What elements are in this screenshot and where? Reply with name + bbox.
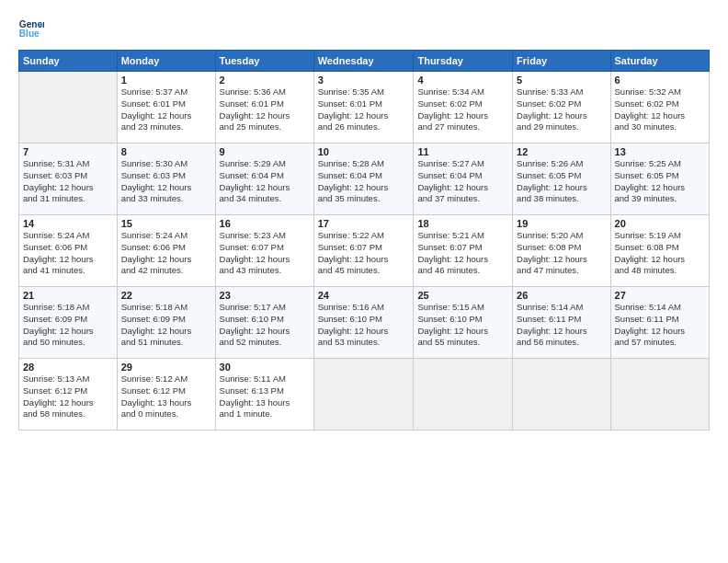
day-number: 7 [23, 146, 113, 157]
day-number: 12 [517, 146, 606, 157]
day-cell: 1Sunrise: 5:37 AM Sunset: 6:01 PM Daylig… [117, 72, 215, 144]
day-info: Sunrise: 5:19 AM Sunset: 6:08 PM Dayligh… [615, 230, 705, 277]
day-cell: 12Sunrise: 5:26 AM Sunset: 6:05 PM Dayli… [513, 144, 610, 215]
day-cell [610, 359, 709, 431]
day-cell: 16Sunrise: 5:23 AM Sunset: 6:07 PM Dayli… [215, 215, 313, 287]
weekday-header-cell: Friday [513, 51, 610, 72]
day-info: Sunrise: 5:13 AM Sunset: 6:12 PM Dayligh… [23, 373, 113, 420]
day-info: Sunrise: 5:16 AM Sunset: 6:10 PM Dayligh… [318, 302, 410, 349]
day-cell: 3Sunrise: 5:35 AM Sunset: 6:01 PM Daylig… [313, 72, 414, 144]
day-cell: 2Sunrise: 5:36 AM Sunset: 6:01 PM Daylig… [215, 72, 313, 144]
day-cell: 4Sunrise: 5:34 AM Sunset: 6:02 PM Daylig… [414, 72, 513, 144]
day-number: 18 [417, 218, 508, 229]
svg-text:Blue: Blue [19, 29, 40, 39]
day-info: Sunrise: 5:18 AM Sunset: 6:09 PM Dayligh… [121, 302, 211, 349]
day-number: 21 [23, 290, 113, 301]
day-number: 29 [121, 362, 211, 373]
weekday-header-cell: Monday [117, 51, 215, 72]
day-number: 11 [417, 146, 508, 157]
day-cell: 8Sunrise: 5:30 AM Sunset: 6:03 PM Daylig… [117, 144, 215, 215]
day-number: 5 [517, 75, 606, 86]
day-cell: 6Sunrise: 5:32 AM Sunset: 6:02 PM Daylig… [610, 72, 709, 144]
calendar-body: 1Sunrise: 5:37 AM Sunset: 6:01 PM Daylig… [19, 72, 710, 431]
day-cell: 21Sunrise: 5:18 AM Sunset: 6:09 PM Dayli… [19, 287, 118, 359]
day-number: 28 [23, 362, 113, 373]
day-cell [19, 72, 118, 144]
day-info: Sunrise: 5:14 AM Sunset: 6:11 PM Dayligh… [615, 302, 705, 349]
day-number: 25 [417, 290, 508, 301]
day-cell: 22Sunrise: 5:18 AM Sunset: 6:09 PM Dayli… [117, 287, 215, 359]
day-info: Sunrise: 5:17 AM Sunset: 6:10 PM Dayligh… [220, 302, 310, 349]
day-cell [313, 359, 414, 431]
week-row: 21Sunrise: 5:18 AM Sunset: 6:09 PM Dayli… [19, 287, 710, 359]
day-number: 14 [23, 218, 113, 229]
day-number: 16 [220, 218, 310, 229]
day-info: Sunrise: 5:18 AM Sunset: 6:09 PM Dayligh… [23, 302, 113, 349]
day-info: Sunrise: 5:23 AM Sunset: 6:07 PM Dayligh… [220, 230, 310, 277]
weekday-header-cell: Sunday [19, 51, 118, 72]
day-cell: 9Sunrise: 5:29 AM Sunset: 6:04 PM Daylig… [215, 144, 313, 215]
weekday-header-cell: Saturday [610, 51, 709, 72]
day-info: Sunrise: 5:12 AM Sunset: 6:12 PM Dayligh… [121, 373, 211, 420]
day-cell: 18Sunrise: 5:21 AM Sunset: 6:07 PM Dayli… [414, 215, 513, 287]
calendar-table: SundayMondayTuesdayWednesdayThursdayFrid… [18, 50, 710, 431]
weekday-header-row: SundayMondayTuesdayWednesdayThursdayFrid… [19, 51, 710, 72]
day-cell: 7Sunrise: 5:31 AM Sunset: 6:03 PM Daylig… [19, 144, 118, 215]
day-info: Sunrise: 5:27 AM Sunset: 6:04 PM Dayligh… [417, 158, 508, 205]
day-info: Sunrise: 5:37 AM Sunset: 6:01 PM Dayligh… [121, 86, 211, 133]
day-number: 15 [121, 218, 211, 229]
day-cell: 10Sunrise: 5:28 AM Sunset: 6:04 PM Dayli… [313, 144, 414, 215]
day-info: Sunrise: 5:36 AM Sunset: 6:01 PM Dayligh… [220, 86, 310, 133]
weekday-header-cell: Thursday [414, 51, 513, 72]
day-cell [513, 359, 610, 431]
week-row: 28Sunrise: 5:13 AM Sunset: 6:12 PM Dayli… [19, 359, 710, 431]
day-info: Sunrise: 5:25 AM Sunset: 6:05 PM Dayligh… [615, 158, 705, 205]
week-row: 14Sunrise: 5:24 AM Sunset: 6:06 PM Dayli… [19, 215, 710, 287]
day-info: Sunrise: 5:31 AM Sunset: 6:03 PM Dayligh… [23, 158, 113, 205]
logo: General Blue [18, 17, 44, 42]
day-info: Sunrise: 5:29 AM Sunset: 6:04 PM Dayligh… [220, 158, 310, 205]
day-cell: 13Sunrise: 5:25 AM Sunset: 6:05 PM Dayli… [610, 144, 709, 215]
day-cell: 29Sunrise: 5:12 AM Sunset: 6:12 PM Dayli… [117, 359, 215, 431]
day-cell: 5Sunrise: 5:33 AM Sunset: 6:02 PM Daylig… [513, 72, 610, 144]
day-number: 4 [417, 75, 508, 86]
day-info: Sunrise: 5:26 AM Sunset: 6:05 PM Dayligh… [517, 158, 606, 205]
day-info: Sunrise: 5:24 AM Sunset: 6:06 PM Dayligh… [121, 230, 211, 277]
day-number: 8 [121, 146, 211, 157]
day-info: Sunrise: 5:33 AM Sunset: 6:02 PM Dayligh… [517, 86, 606, 133]
day-cell: 20Sunrise: 5:19 AM Sunset: 6:08 PM Dayli… [610, 215, 709, 287]
day-info: Sunrise: 5:11 AM Sunset: 6:13 PM Dayligh… [220, 373, 310, 420]
day-number: 1 [121, 75, 211, 86]
day-cell: 25Sunrise: 5:15 AM Sunset: 6:10 PM Dayli… [414, 287, 513, 359]
day-info: Sunrise: 5:15 AM Sunset: 6:10 PM Dayligh… [417, 302, 508, 349]
day-info: Sunrise: 5:22 AM Sunset: 6:07 PM Dayligh… [318, 230, 410, 277]
day-info: Sunrise: 5:30 AM Sunset: 6:03 PM Dayligh… [121, 158, 211, 205]
week-row: 1Sunrise: 5:37 AM Sunset: 6:01 PM Daylig… [19, 72, 710, 144]
day-number: 3 [318, 75, 410, 86]
day-number: 26 [517, 290, 606, 301]
day-info: Sunrise: 5:14 AM Sunset: 6:11 PM Dayligh… [517, 302, 606, 349]
day-info: Sunrise: 5:34 AM Sunset: 6:02 PM Dayligh… [417, 86, 508, 133]
day-number: 22 [121, 290, 211, 301]
day-info: Sunrise: 5:24 AM Sunset: 6:06 PM Dayligh… [23, 230, 113, 277]
week-row: 7Sunrise: 5:31 AM Sunset: 6:03 PM Daylig… [19, 144, 710, 215]
day-cell: 15Sunrise: 5:24 AM Sunset: 6:06 PM Dayli… [117, 215, 215, 287]
day-cell: 11Sunrise: 5:27 AM Sunset: 6:04 PM Dayli… [414, 144, 513, 215]
logo-icon: General Blue [18, 17, 44, 42]
day-cell: 17Sunrise: 5:22 AM Sunset: 6:07 PM Dayli… [313, 215, 414, 287]
weekday-header-cell: Wednesday [313, 51, 414, 72]
day-info: Sunrise: 5:21 AM Sunset: 6:07 PM Dayligh… [417, 230, 508, 277]
day-number: 19 [517, 218, 606, 229]
day-cell: 23Sunrise: 5:17 AM Sunset: 6:10 PM Dayli… [215, 287, 313, 359]
weekday-header-cell: Tuesday [215, 51, 313, 72]
day-info: Sunrise: 5:35 AM Sunset: 6:01 PM Dayligh… [318, 86, 410, 133]
day-number: 20 [615, 218, 705, 229]
day-number: 13 [615, 146, 705, 157]
day-number: 24 [318, 290, 410, 301]
day-cell: 19Sunrise: 5:20 AM Sunset: 6:08 PM Dayli… [513, 215, 610, 287]
day-cell [414, 359, 513, 431]
day-number: 23 [220, 290, 310, 301]
day-cell: 30Sunrise: 5:11 AM Sunset: 6:13 PM Dayli… [215, 359, 313, 431]
calendar-page: General Blue SundayMondayTuesdayWednesda… [0, 0, 728, 563]
day-number: 10 [318, 146, 410, 157]
